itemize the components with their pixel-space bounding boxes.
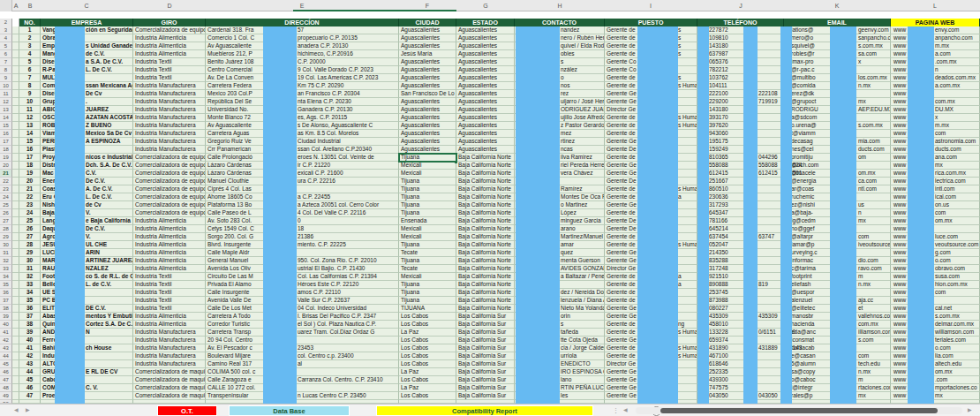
cell-telefono[interactable]: 659374 bbox=[697, 337, 784, 344]
cell-telefono[interactable]: 222100222108 bbox=[697, 90, 784, 98]
cell-direccion[interactable]: Ahome 18605 Coa C.P. 22455 bbox=[206, 193, 399, 201]
cell-direccion[interactable]: Calle De Los Met04 Col. Indeco Universid… bbox=[206, 305, 399, 313]
cell-pagina-web[interactable]: wwwveoutsource.com bbox=[891, 241, 980, 249]
cell-telefono[interactable]: 229200719919 bbox=[697, 98, 784, 106]
column-header-pagina-web[interactable]: PAGINA WEB bbox=[891, 19, 980, 26]
cell-estado[interactable]: Baja California Norte bbox=[456, 257, 515, 265]
cell-telefono[interactable]: 393170 bbox=[697, 114, 784, 122]
cell-direccion[interactable]: Blvrd. Insurgentemiento. C.P. 22225 bbox=[206, 241, 399, 249]
cell-giro[interactable]: Industria Manufacturera bbox=[133, 352, 206, 360]
cell-pagina-web[interactable]: wwwo.com bbox=[891, 257, 980, 265]
cell-no[interactable]: 40 bbox=[19, 337, 41, 344]
cell-pagina-web[interactable]: wwwm.mx bbox=[891, 42, 980, 50]
row-header[interactable]: 2 bbox=[0, 19, 12, 26]
cell-ciudad[interactable]: Mexicali bbox=[399, 233, 456, 241]
cell-ciudad[interactable]: La Paz bbox=[399, 368, 456, 376]
cell-pagina-web[interactable]: wwwana.com bbox=[891, 154, 980, 162]
cell-ciudad[interactable]: Los Cabos bbox=[399, 376, 456, 384]
cell-ciudad[interactable]: Mexicali bbox=[399, 162, 456, 170]
cell-pagina-web[interactable]: wwwo.com bbox=[891, 344, 980, 352]
cell-direccion[interactable]: Cetys 1549 Col. C18 bbox=[206, 225, 399, 233]
cell-a[interactable] bbox=[12, 337, 19, 344]
row-header[interactable]: 14 bbox=[0, 114, 12, 122]
column-header-giro[interactable]: GIRO bbox=[133, 19, 206, 26]
cell-a[interactable] bbox=[12, 249, 19, 257]
cell-telefono[interactable]: 860510 bbox=[697, 185, 784, 193]
row-header[interactable]: 30 bbox=[0, 241, 12, 249]
cell-ciudad[interactable]: Tijuana bbox=[399, 178, 456, 185]
column-header-direcc-on[interactable]: DIRECCÍON bbox=[206, 19, 399, 26]
cell-a[interactable] bbox=[12, 368, 19, 376]
cell-a[interactable] bbox=[12, 138, 19, 146]
row-header[interactable]: 33 bbox=[0, 265, 12, 273]
cell-direccion[interactable]: Cardenal 318. Fra57 bbox=[206, 26, 399, 34]
cell-pagina-web[interactable]: wwwDU.MX bbox=[891, 106, 980, 114]
cell-estado[interactable]: Baja California Norte bbox=[456, 178, 515, 185]
cell-ciudad[interactable]: Los Cabos bbox=[399, 321, 456, 329]
cell-estado[interactable]: Baja California Norte bbox=[456, 281, 515, 289]
cell-estado[interactable]: Baja California Sur bbox=[456, 329, 515, 337]
cell-direccion[interactable]: Calle Zaragoza eCarranza Col. Centro. C.… bbox=[206, 376, 399, 384]
cell-pagina-web[interactable]: wwwobravo.com bbox=[891, 265, 980, 273]
cell-giro[interactable]: Industria Manufacturera bbox=[133, 114, 206, 122]
cell-telefono[interactable]: 227872 bbox=[697, 26, 784, 34]
cell-no[interactable]: 18 bbox=[19, 162, 41, 170]
cell-telefono[interactable]: 467100 bbox=[697, 352, 784, 360]
cell-pagina-web[interactable]: wwwg.com bbox=[891, 249, 980, 257]
cell-telefono[interactable]: 043050043050 bbox=[697, 392, 784, 400]
cell-a[interactable] bbox=[12, 42, 19, 50]
cell-ciudad[interactable]: Tecate bbox=[399, 265, 456, 273]
cell-no[interactable]: 3 bbox=[19, 42, 41, 50]
cell-pagina-web[interactable]: wwwhion.com.mx bbox=[891, 281, 980, 289]
row-header[interactable]: 20 bbox=[0, 162, 12, 170]
cell-pagina-web[interactable]: wwwastronomia.com bbox=[891, 138, 980, 146]
row-header[interactable]: 9 bbox=[0, 74, 12, 82]
cell-direccion[interactable]: Transpeninsularn Lucas Centro C.P. 23450 bbox=[206, 392, 399, 400]
cell-pagina-web[interactable]: wwwteriales.com bbox=[891, 337, 980, 344]
cell-direccion[interactable]: Calle Paseo de L4 Col. Del Valle C.P. 22… bbox=[206, 209, 399, 217]
cell-ciudad[interactable]: Aguascalientes bbox=[399, 114, 456, 122]
cell-no[interactable]: 11 bbox=[19, 106, 41, 114]
row-header[interactable]: 19 bbox=[0, 154, 12, 162]
cell-giro[interactable]: Industria Manufacturera bbox=[133, 146, 206, 154]
cell-a[interactable] bbox=[12, 392, 19, 400]
cell-telefono[interactable]: 6124156124153561 bbox=[697, 170, 784, 178]
cell-giro[interactable]: Industria Alimenticia bbox=[133, 50, 206, 58]
cell-a[interactable] bbox=[12, 146, 19, 154]
cell-telefono[interactable]: 253745 bbox=[697, 289, 784, 297]
cell-direccion[interactable]: Sorgo 200. Col. G21386 bbox=[206, 233, 399, 241]
cell-giro[interactable]: Comercializadora de equipos bbox=[133, 154, 206, 162]
column-letter-K[interactable]: K bbox=[835, 0, 840, 11]
cell-ciudad[interactable]: Aguascalientes bbox=[399, 42, 456, 50]
cell-ciudad[interactable]: Los Cabos bbox=[399, 344, 456, 352]
row-header[interactable]: 22 bbox=[0, 178, 12, 185]
cell-direccion[interactable]: CALLE 10 272 col. bbox=[206, 384, 399, 392]
cell-direccion[interactable]: Corredor Turisticel Sol ) Col. Plaza Nau… bbox=[206, 321, 399, 329]
hscroll-right-icon[interactable]: ▶ bbox=[968, 405, 972, 416]
cell-direccion[interactable]: Camino Real 317al bbox=[206, 360, 399, 368]
cell-ciudad[interactable]: Aguascalientes bbox=[399, 122, 456, 130]
cell-estado[interactable]: Aguascalientes bbox=[456, 82, 515, 90]
cell-no[interactable]: 9 bbox=[19, 90, 41, 98]
row-header[interactable]: 3 bbox=[0, 26, 12, 34]
cell-ciudad[interactable]: Los Cabos bbox=[399, 313, 456, 321]
cell-direccion[interactable]: Lázaro Cárdenasir C.P. 21220 bbox=[206, 162, 399, 170]
cell-estado[interactable]: Baja California Sur bbox=[456, 313, 515, 321]
cell-ciudad[interactable]: Aguascalientes bbox=[399, 130, 456, 138]
cell-estado[interactable]: Baja California Norte bbox=[456, 241, 515, 249]
cell-no[interactable]: 16 bbox=[19, 146, 41, 154]
cell-pagina-web[interactable]: wwws.com.mx bbox=[891, 313, 980, 321]
cell-telefono[interactable]: 103762 bbox=[697, 74, 784, 82]
cell-ciudad[interactable]: Jesús María bbox=[399, 50, 456, 58]
cell-direccion[interactable]: Centro Comercial9 Col. Valle Dorado C.P.… bbox=[206, 66, 399, 74]
cell-a[interactable] bbox=[12, 50, 19, 58]
cell-no[interactable]: 7 bbox=[19, 74, 41, 82]
cell-a[interactable] bbox=[12, 185, 19, 193]
cell-a[interactable] bbox=[12, 297, 19, 305]
column-letter-H[interactable]: H bbox=[557, 0, 562, 11]
row-header[interactable]: 29 bbox=[0, 233, 12, 241]
cell-direccion[interactable]: Carretera Aguasas Km. 8.5 Col. Morelos bbox=[206, 130, 399, 138]
cell-giro[interactable]: Comercializadora de maquina bbox=[133, 384, 206, 392]
sheet-nav-next-icon[interactable]: ▶ bbox=[26, 405, 30, 416]
cell-direccion[interactable]: COLIMA 500 col. c bbox=[206, 368, 399, 376]
